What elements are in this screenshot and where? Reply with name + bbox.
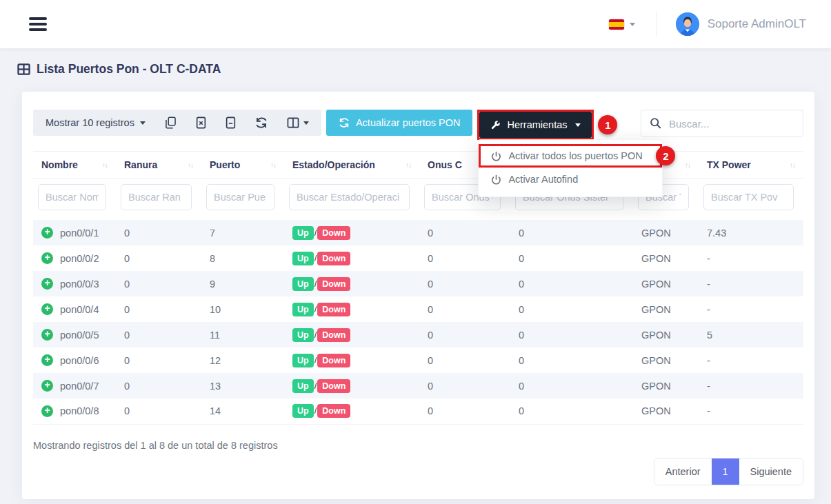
pagination-page-1[interactable]: 1 xyxy=(712,458,739,485)
sort-icon[interactable]: ↑↓ xyxy=(790,161,795,169)
header-tx-power[interactable]: TX Power↑↓ xyxy=(699,152,803,179)
status-badge-up: Up xyxy=(292,404,314,418)
pagination-next[interactable]: Siguiente xyxy=(739,458,803,485)
wrench-icon xyxy=(490,120,501,130)
cell-estado: Up/Down xyxy=(284,322,419,347)
page-title: Lista Puertos Pon - OLT C-DATA xyxy=(17,62,814,77)
refresh-icon xyxy=(255,117,268,129)
menu-item-activate-all-pon-ports[interactable]: Activar todos los puertos PON xyxy=(479,144,662,168)
cell-onus-sister: 0 xyxy=(510,271,633,296)
cell-puerto: 13 xyxy=(201,373,284,399)
cell-tipo: GPON xyxy=(633,399,699,424)
port-name: pon0/0/4 xyxy=(60,304,99,315)
header-nombre[interactable]: Nombre↑↓ xyxy=(33,152,116,179)
export-file-button[interactable] xyxy=(216,110,246,136)
hamburger-icon xyxy=(29,17,47,20)
filter-puerto-input[interactable] xyxy=(206,184,274,210)
table-filter-row xyxy=(33,179,803,221)
cell-puerto: 9 xyxy=(201,271,284,296)
cell-onus-sister: 0 xyxy=(510,373,633,399)
expand-row-button[interactable]: + xyxy=(41,303,53,315)
cell-puerto: 10 xyxy=(201,296,284,322)
annotation-step-1: 1 xyxy=(598,115,617,134)
sort-icon[interactable]: ↑↓ xyxy=(188,161,193,169)
table-row: +pon0/0/8 0 14 Up/Down 0 0 GPON - xyxy=(33,399,803,424)
export-excel-button[interactable] xyxy=(186,110,216,136)
sort-icon[interactable]: ↑↓ xyxy=(685,161,690,169)
filter-tx-power-input[interactable] xyxy=(703,184,794,210)
cell-ranura: 0 xyxy=(116,296,201,322)
status-badge-down: Down xyxy=(317,277,350,291)
cell-tipo: GPON xyxy=(633,347,699,373)
reload-table-button[interactable] xyxy=(246,110,277,136)
tools-dropdown-button[interactable]: Herramientas xyxy=(479,112,592,138)
port-name: pon0/0/2 xyxy=(60,253,99,264)
tools-annotation-box: Herramientas 1 Activar todos los puertos… xyxy=(477,110,594,140)
table-search xyxy=(641,110,803,137)
pagination-previous[interactable]: Anterior xyxy=(654,458,712,485)
page-length-dropdown[interactable]: Mostrar 10 registros xyxy=(36,117,155,128)
port-name: pon0/0/8 xyxy=(60,405,99,416)
pon-ports-table: Nombre↑↓ Ranura↑↓ Puerto↑↓ Estado/Operac… xyxy=(33,151,803,425)
cell-estado: Up/Down xyxy=(284,271,419,296)
column-visibility-button[interactable] xyxy=(277,110,319,136)
cell-estado: Up/Down xyxy=(284,373,419,399)
search-input[interactable] xyxy=(641,110,803,137)
chevron-down-icon xyxy=(303,121,309,125)
cell-tx-power: - xyxy=(699,271,803,296)
header-puerto[interactable]: Puerto↑↓ xyxy=(201,152,284,179)
cell-ranura: 0 xyxy=(116,347,201,373)
expand-row-button[interactable]: + xyxy=(41,329,53,341)
cell-tx-power: 7.43 xyxy=(699,220,803,245)
cell-onus-configuradas: 0 xyxy=(419,322,510,347)
user-menu[interactable]: Soporte AdminOLT xyxy=(672,12,810,37)
cell-onus-sister: 0 xyxy=(510,322,633,347)
sort-icon[interactable]: ↑↓ xyxy=(102,161,108,169)
cell-onus-configuradas: 0 xyxy=(419,347,510,373)
sort-icon[interactable]: ↑↓ xyxy=(406,161,411,169)
cell-ranura: 0 xyxy=(116,245,201,271)
refresh-icon xyxy=(339,117,350,128)
cell-estado: Up/Down xyxy=(284,399,419,424)
status-badge-down: Down xyxy=(317,226,350,240)
status-badge-up: Up xyxy=(292,354,314,367)
status-badge-down: Down xyxy=(317,379,350,393)
filter-estado-input[interactable] xyxy=(289,184,410,210)
port-name: pon0/0/1 xyxy=(60,228,99,239)
tools-dropdown-menu: Activar todos los puertos PON Activar Au… xyxy=(478,139,663,197)
cell-tipo: GPON xyxy=(633,296,699,322)
filter-nombre-input[interactable] xyxy=(38,184,106,210)
cell-puerto: 14 xyxy=(201,399,284,424)
cell-onus-configuradas: 0 xyxy=(419,399,510,424)
cell-onus-configuradas: 0 xyxy=(419,271,510,296)
cell-puerto: 8 xyxy=(201,245,284,271)
filter-ranura-input[interactable] xyxy=(121,184,192,210)
status-badge-up: Up xyxy=(292,277,314,291)
copy-button[interactable] xyxy=(155,110,186,136)
expand-row-button[interactable]: + xyxy=(41,252,53,264)
power-icon xyxy=(491,174,501,185)
header-estado-operacion[interactable]: Estado/Operación↑↓ xyxy=(284,152,419,179)
language-selector[interactable] xyxy=(606,15,638,34)
expand-row-button[interactable]: + xyxy=(41,227,53,239)
status-badge-up: Up xyxy=(292,303,314,316)
content-area: Lista Puertos Pon - OLT C-DATA Mostrar 1… xyxy=(0,48,831,499)
expand-row-button[interactable]: + xyxy=(41,278,53,290)
expand-row-button[interactable]: + xyxy=(41,354,53,366)
sort-icon[interactable]: ↑↓ xyxy=(270,161,276,169)
cell-estado: Up/Down xyxy=(284,296,419,322)
cell-tipo: GPON xyxy=(633,245,699,271)
table-row: +pon0/0/4 0 10 Up/Down 0 0 GPON - xyxy=(33,296,803,322)
menu-item-activate-autofind[interactable]: Activar Autofind xyxy=(479,168,662,191)
cell-estado: Up/Down xyxy=(284,220,419,245)
spain-flag-icon xyxy=(609,19,624,30)
status-badge-up: Up xyxy=(292,328,314,342)
update-pon-ports-button[interactable]: Actualizar puertos PON xyxy=(326,110,473,136)
cell-tipo: GPON xyxy=(633,271,699,296)
expand-row-button[interactable]: + xyxy=(41,380,53,392)
header-ranura[interactable]: Ranura↑↓ xyxy=(116,152,201,179)
cell-onus-configuradas: 0 xyxy=(419,220,510,245)
expand-row-button[interactable]: + xyxy=(41,405,53,417)
sidebar-toggle-button[interactable] xyxy=(26,14,50,34)
cell-tipo: GPON xyxy=(633,373,699,399)
